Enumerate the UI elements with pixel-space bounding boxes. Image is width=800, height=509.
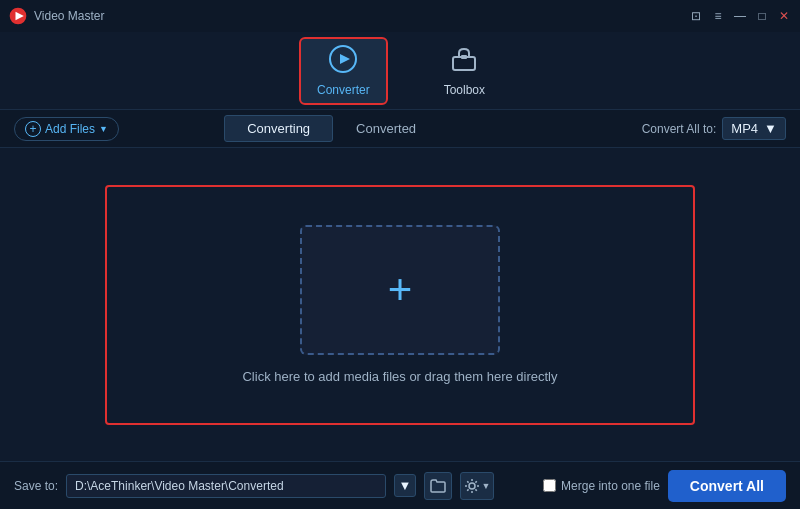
menu-button[interactable]: ≡	[710, 8, 726, 24]
drop-zone-outer[interactable]: + Click here to add media files or drag …	[105, 185, 695, 425]
format-select[interactable]: MP4 ▼	[722, 117, 786, 140]
drop-zone-content: + Click here to add media files or drag …	[242, 225, 557, 384]
toolbox-icon	[450, 45, 478, 79]
save-to-label: Save to:	[14, 479, 58, 493]
svg-rect-6	[461, 55, 467, 59]
merge-checkbox[interactable]	[543, 479, 556, 492]
maximize-button[interactable]: □	[754, 8, 770, 24]
browse-folder-button[interactable]	[424, 472, 452, 500]
chat-button[interactable]: ⊡	[688, 8, 704, 24]
app-title: Video Master	[34, 9, 104, 23]
nav-bar: Converter Toolbox	[0, 32, 800, 110]
save-path-input[interactable]: D:\AceThinker\Video Master\Converted	[66, 474, 386, 498]
tab-converted[interactable]: Converted	[333, 115, 439, 142]
convert-all-to-label: Convert All to:	[642, 122, 717, 136]
app-window: Video Master ⊡ ≡ — □ ✕ Converter	[0, 0, 800, 509]
add-files-dropdown-arrow: ▼	[99, 124, 108, 134]
plus-icon: +	[388, 269, 413, 311]
merge-checkbox-area: Merge into one file	[543, 479, 660, 493]
bottom-bar: Save to: D:\AceThinker\Video Master\Conv…	[0, 461, 800, 509]
merge-label[interactable]: Merge into one file	[561, 479, 660, 493]
title-bar: Video Master ⊡ ≡ — □ ✕	[0, 0, 800, 32]
add-files-button[interactable]: + Add Files ▼	[14, 117, 119, 141]
main-area: + Click here to add media files or drag …	[0, 148, 800, 461]
convert-all-to-area: Convert All to: MP4 ▼	[642, 117, 786, 140]
toolbox-label: Toolbox	[444, 83, 485, 97]
converter-icon	[329, 45, 357, 79]
drop-hint: Click here to add media files or drag th…	[242, 369, 557, 384]
add-plus-icon: +	[25, 121, 41, 137]
svg-point-7	[469, 483, 475, 489]
nav-converter[interactable]: Converter	[299, 37, 388, 105]
convert-all-button[interactable]: Convert All	[668, 470, 786, 502]
minimize-button[interactable]: —	[732, 8, 748, 24]
sub-tabs-bar: + Add Files ▼ Converting Converted Conve…	[0, 110, 800, 148]
app-logo	[8, 6, 28, 26]
settings-arrow: ▼	[482, 481, 491, 491]
format-arrow: ▼	[764, 121, 777, 136]
drop-zone-inner[interactable]: +	[300, 225, 500, 355]
title-bar-left: Video Master	[8, 6, 104, 26]
settings-button[interactable]: ▼	[460, 472, 494, 500]
save-path-value: D:\AceThinker\Video Master\Converted	[75, 479, 284, 493]
format-value: MP4	[731, 121, 758, 136]
save-path-dropdown[interactable]: ▼	[394, 474, 416, 497]
add-files-label: Add Files	[45, 122, 95, 136]
nav-toolbox[interactable]: Toolbox	[428, 39, 501, 103]
converter-label: Converter	[317, 83, 370, 97]
tab-converting[interactable]: Converting	[224, 115, 333, 142]
subtabs: Converting Converted	[224, 115, 439, 142]
close-button[interactable]: ✕	[776, 8, 792, 24]
title-bar-controls: ⊡ ≡ — □ ✕	[688, 8, 792, 24]
